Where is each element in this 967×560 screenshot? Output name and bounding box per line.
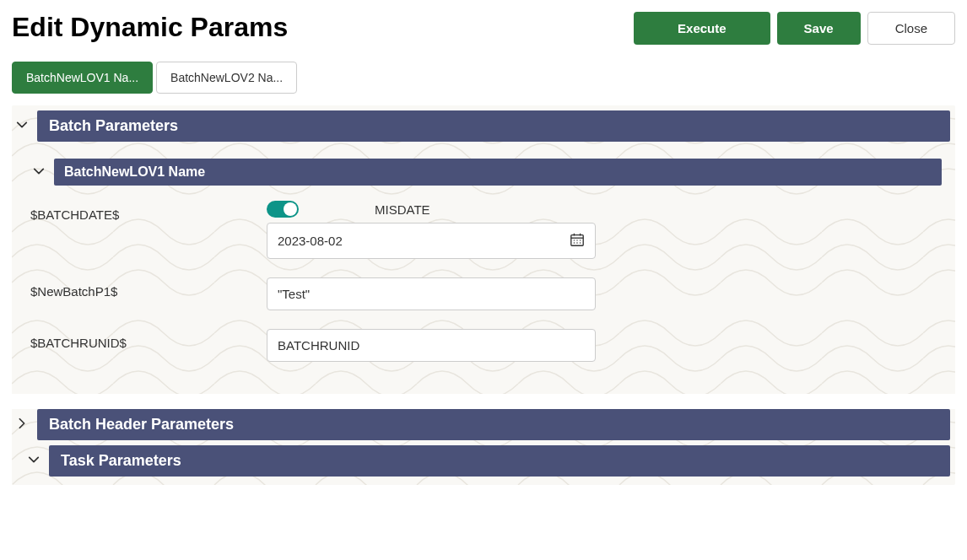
param-row-batchdate: $BATCHDATE$ MISDATE 2023-08-02: [29, 201, 947, 259]
section-batch-header-parameters: Batch Header Parameters: [12, 409, 955, 440]
section-title: Task Parameters: [49, 445, 950, 477]
save-button[interactable]: Save: [777, 12, 861, 45]
calendar-icon[interactable]: [570, 232, 585, 250]
chevron-down-icon: [24, 454, 44, 468]
svg-point-8: [576, 242, 577, 243]
execute-button[interactable]: Execute: [634, 12, 770, 45]
page-title: Edit Dynamic Params: [12, 12, 288, 43]
param-row-batchrunid: $BATCHRUNID$: [29, 329, 947, 362]
chevron-right-icon: [12, 417, 32, 432]
svg-point-9: [580, 242, 581, 243]
action-bar: Execute Save Close: [634, 12, 955, 45]
param-row-newbatchp1: $NewBatchP1$: [29, 277, 947, 310]
section-header-batch-parameters[interactable]: Batch Parameters: [12, 110, 955, 142]
tabs: BatchNewLOV1 Na... BatchNewLOV2 Na...: [12, 62, 955, 94]
tab-batchnewlov2[interactable]: BatchNewLOV2 Na...: [156, 62, 297, 94]
section-title: Batch Header Parameters: [37, 409, 950, 440]
section-header-task[interactable]: Task Parameters: [12, 445, 955, 477]
toggle-label: MISDATE: [375, 202, 430, 217]
tab-batchnewlov1[interactable]: BatchNewLOV1 Na...: [12, 62, 153, 94]
subsection-header[interactable]: BatchNewLOV1 Name: [29, 159, 947, 186]
subsection-batchnewlov1: BatchNewLOV1 Name $BATCHDATE$ MISDATE 20…: [29, 159, 947, 362]
chevron-down-icon: [29, 165, 49, 180]
svg-point-7: [574, 242, 575, 243]
misdate-toggle[interactable]: [267, 201, 299, 218]
close-button[interactable]: Close: [867, 12, 955, 45]
subsection-title: BatchNewLOV1 Name: [54, 159, 942, 186]
batchrunid-input[interactable]: [267, 329, 596, 362]
batchdate-input[interactable]: 2023-08-02: [267, 223, 596, 259]
section-header-batch-header[interactable]: Batch Header Parameters: [12, 409, 955, 440]
date-value: 2023-08-02: [278, 234, 343, 248]
section-batch-parameters: Batch Parameters BatchNewLOV1 Name $BATC…: [12, 110, 955, 389]
newbatchp1-input[interactable]: [267, 277, 596, 310]
svg-point-5: [576, 240, 577, 240]
section-task-parameters: Task Parameters: [12, 445, 955, 477]
svg-point-6: [580, 240, 581, 240]
section-title: Batch Parameters: [37, 110, 950, 142]
svg-point-4: [574, 240, 575, 240]
content-area: Batch Parameters BatchNewLOV1 Name $BATC…: [12, 105, 955, 485]
section-body-batch-parameters: BatchNewLOV1 Name $BATCHDATE$ MISDATE 20…: [12, 142, 955, 389]
chevron-down-icon: [12, 119, 32, 133]
param-label: $NewBatchP1$: [30, 277, 267, 299]
param-label: $BATCHRUNID$: [30, 329, 267, 350]
param-label: $BATCHDATE$: [30, 201, 267, 222]
